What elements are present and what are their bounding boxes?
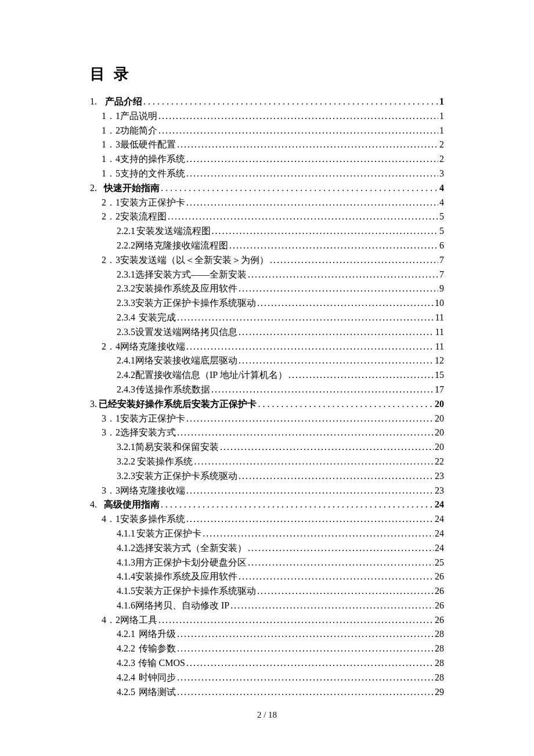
document-page: 目 录 1.产品介绍11．1产品说明11．2功能简介11．3最低硬件配置21．4…	[0, 0, 534, 756]
toc-leader-dots	[194, 455, 434, 469]
toc-entry-number: 2.3.4	[117, 311, 139, 325]
toc-entry-page: 1	[439, 124, 444, 138]
toc-entry: 4.1.1安装方正保护卡24	[90, 527, 444, 541]
toc-leader-dots	[203, 527, 434, 541]
toc-entry-page: 25	[435, 556, 444, 570]
toc-entry-title: 网络测试	[139, 685, 176, 700]
toc-entry-title: 支持的操作系统	[120, 152, 185, 167]
toc-entry-title: 网络克隆接收端流程图	[135, 239, 228, 253]
toc-entry-title: 选择安装方式	[120, 426, 176, 440]
toc-entry-title: 用方正保护卡划分硬盘分区	[135, 556, 247, 570]
toc-entry-page: 10	[435, 296, 444, 311]
toc-entry: 2.2.2网络克隆接收端流程图6	[90, 239, 444, 253]
toc-entry: 4.1.3用方正保护卡划分硬盘分区25	[90, 556, 444, 570]
toc-entry-title: 支持的文件系统	[120, 167, 185, 181]
toc-entry: 2.3.2安装操作系统及应用软件9	[90, 282, 444, 296]
toc-entry-title: 安装发送端（以＜全新安装＞为例）	[120, 253, 269, 268]
toc-entry-title: 传送操作系统数据	[136, 383, 210, 397]
toc-entry-number: 2.4.2	[117, 368, 135, 383]
toc-entry-page: 24	[435, 498, 444, 512]
toc-entry-page: 29	[435, 685, 444, 700]
toc-entry: 1．1产品说明1	[90, 109, 444, 124]
toc-entry-page: 20	[435, 412, 444, 426]
toc-entry-title: 安装方正保护卡	[120, 196, 185, 210]
toc-entry-title: 产品介绍	[105, 95, 142, 109]
toc-entry: 2.2.1安装发送端流程图5	[90, 224, 444, 239]
page-footer: 2 / 18	[0, 710, 534, 720]
toc-leader-dots	[177, 671, 434, 685]
toc-entry-number: 4.2.2	[117, 642, 139, 656]
toc-leader-dots	[177, 426, 434, 440]
toc-entry-page: 4	[439, 181, 444, 196]
toc-entry-title: 设置发送端网络拷贝信息	[135, 325, 237, 340]
toc-entry-page: 11	[435, 311, 444, 325]
toc-entry-title: 安装方正保护卡操作系统驱动	[135, 296, 256, 311]
toc-entry-page: 4	[439, 196, 444, 210]
toc-entry-page: 26	[435, 584, 444, 599]
toc-entry: 4.2.2传输参数28	[90, 642, 444, 656]
toc-leader-dots	[257, 584, 434, 599]
toc-entry-page: 5	[439, 210, 444, 224]
toc-entry-number: 4.	[90, 498, 104, 512]
toc-entry: 2.4.2配置接收端信息（IP 地址/计算机名）15	[90, 368, 444, 383]
toc-entry-page: 17	[435, 383, 444, 397]
toc-entry-number: 4．2	[102, 613, 120, 628]
toc-entry-number: 1．5	[102, 167, 120, 181]
toc-entry-page: 28	[435, 656, 444, 671]
page-number: 2 / 18	[257, 710, 277, 719]
toc-entry-title: 功能简介	[120, 124, 157, 138]
toc-heading-text: 目 录	[90, 65, 131, 82]
toc-entry: 3．2选择安装方式20	[90, 426, 444, 440]
toc-leader-dots	[168, 210, 438, 224]
toc-entry-number: 4．1	[102, 512, 120, 527]
toc-leader-dots	[186, 196, 438, 210]
toc-entry-number: 4.1.4	[117, 570, 135, 584]
toc-entry-page: 1	[439, 109, 444, 124]
toc-leader-dots	[257, 296, 434, 311]
toc-entry-number: 4.1.3	[117, 556, 135, 570]
toc-entry: 1．2功能简介1	[90, 124, 444, 138]
toc-entry-page: 2	[439, 138, 444, 152]
toc-entry-page: 23	[435, 469, 444, 484]
toc-entry-title: 安装方正保护卡	[136, 527, 201, 541]
toc-entry-page: 1	[439, 95, 444, 109]
toc-entry-number: 1．1	[102, 109, 120, 124]
toc-leader-dots	[177, 642, 434, 656]
toc-entry-title: 网络克隆接收端	[120, 484, 185, 498]
toc-entry-number: 4.1.5	[117, 584, 135, 599]
toc-entry: 2.3.3安装方正保护卡操作系统驱动10	[90, 296, 444, 311]
toc-entry: 3．3网络克隆接收端23	[90, 484, 444, 498]
toc-entry-title: 安装完成	[139, 311, 176, 325]
table-of-contents: 1.产品介绍11．1产品说明11．2功能简介11．3最低硬件配置21．4支持的操…	[90, 95, 444, 699]
toc-entry-number: 2.4.1	[117, 354, 135, 368]
toc-leader-dots	[230, 599, 434, 613]
toc-entry-page: 9	[439, 282, 444, 296]
toc-entry-number: 3.2.1	[117, 440, 135, 455]
toc-entry-page: 22	[435, 455, 444, 469]
toc-entry-number: 2.2.1	[117, 224, 136, 239]
toc-entry-number: 2．2	[102, 210, 120, 224]
toc-entry-title: 安装方正保护卡	[120, 412, 185, 426]
toc-entry-title: 网络安装接收端底层驱动	[135, 354, 237, 368]
toc-leader-dots	[186, 484, 434, 498]
toc-leader-dots	[143, 95, 438, 109]
toc-entry: 4.1.2选择安装方式（全新安装）24	[90, 541, 444, 556]
toc-entry-number: 1．4	[102, 152, 120, 167]
toc-entry-number: 2.4.3	[117, 383, 136, 397]
toc-entry-page: 7	[439, 253, 444, 268]
toc-entry-title: 选择安装方式（全新安装）	[135, 541, 247, 556]
toc-entry-number: 4.2.4	[117, 671, 139, 685]
toc-entry: 4.高级使用指南24	[90, 498, 444, 512]
toc-leader-dots	[158, 613, 434, 628]
toc-entry: 2．1安装方正保护卡4	[90, 196, 444, 210]
toc-entry-number: 2.3.5	[117, 325, 135, 340]
toc-entry-title: 安装操作系统及应用软件	[135, 282, 237, 296]
toc-entry-title: 安装操作系统及应用软件	[135, 570, 237, 584]
toc-entry-title: 选择安装方式——全新安装	[135, 268, 247, 282]
toc-entry: 4．2网络工具26	[90, 613, 444, 628]
toc-entry-title: 网络拷贝、自动修改 IP	[135, 599, 229, 613]
toc-entry-page: 26	[435, 570, 444, 584]
toc-entry-number: 1．2	[102, 124, 120, 138]
toc-entry: 2.3.4安装完成11	[90, 311, 444, 325]
toc-entry-page: 20	[435, 397, 444, 412]
